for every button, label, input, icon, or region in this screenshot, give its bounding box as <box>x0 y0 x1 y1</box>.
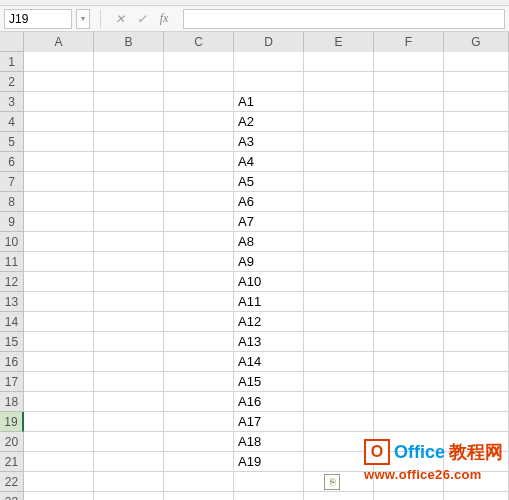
cell[interactable] <box>94 372 164 392</box>
cell[interactable] <box>304 272 374 292</box>
cell[interactable] <box>24 112 94 132</box>
cell[interactable] <box>24 252 94 272</box>
cell[interactable] <box>444 372 509 392</box>
cancel-icon[interactable]: ✕ <box>111 10 129 28</box>
cell[interactable]: A10 <box>234 272 304 292</box>
cell[interactable] <box>304 252 374 272</box>
cell[interactable] <box>374 392 444 412</box>
row-header[interactable]: 19 <box>0 412 24 432</box>
cell[interactable] <box>444 172 509 192</box>
cell[interactable] <box>94 452 164 472</box>
cell[interactable] <box>24 392 94 412</box>
confirm-icon[interactable]: ✓ <box>133 10 151 28</box>
cell[interactable] <box>24 132 94 152</box>
cell[interactable] <box>164 132 234 152</box>
cell[interactable] <box>444 492 509 500</box>
cell[interactable] <box>164 272 234 292</box>
cell[interactable] <box>234 472 304 492</box>
row-header[interactable]: 16 <box>0 352 24 372</box>
row-header[interactable]: 12 <box>0 272 24 292</box>
row-header[interactable]: 22 <box>0 472 24 492</box>
row-header[interactable]: 23 <box>0 492 24 500</box>
cell[interactable] <box>24 312 94 332</box>
row-header[interactable]: 13 <box>0 292 24 312</box>
cell[interactable] <box>304 172 374 192</box>
cell[interactable] <box>374 152 444 172</box>
cell[interactable] <box>444 52 509 72</box>
cell[interactable] <box>94 72 164 92</box>
column-header-c[interactable]: C <box>164 32 234 52</box>
row-header[interactable]: 5 <box>0 132 24 152</box>
cell[interactable] <box>24 272 94 292</box>
cell[interactable] <box>94 352 164 372</box>
row-header[interactable]: 14 <box>0 312 24 332</box>
row-header[interactable]: 1 <box>0 52 24 72</box>
row-header[interactable]: 2 <box>0 72 24 92</box>
cell[interactable] <box>304 392 374 412</box>
cell[interactable]: A2 <box>234 112 304 132</box>
cell[interactable] <box>24 412 94 432</box>
cell[interactable] <box>164 432 234 452</box>
name-box-dropdown[interactable]: ▾ <box>76 9 90 29</box>
cell[interactable] <box>94 292 164 312</box>
cell[interactable] <box>94 232 164 252</box>
cell[interactable]: A19 <box>234 452 304 472</box>
cell[interactable] <box>304 72 374 92</box>
cell[interactable] <box>164 412 234 432</box>
cell[interactable] <box>444 192 509 212</box>
cell[interactable] <box>304 432 374 452</box>
cell[interactable] <box>94 492 164 500</box>
row-header[interactable]: 8 <box>0 192 24 212</box>
cell[interactable] <box>24 432 94 452</box>
paste-options-icon[interactable]: ⎘ <box>324 474 340 490</box>
cell[interactable] <box>24 192 94 212</box>
cell[interactable] <box>24 232 94 252</box>
row-header[interactable]: 6 <box>0 152 24 172</box>
cell[interactable] <box>374 372 444 392</box>
row-header[interactable]: 17 <box>0 372 24 392</box>
cell[interactable] <box>444 412 509 432</box>
cell[interactable] <box>374 232 444 252</box>
row-header[interactable]: 18 <box>0 392 24 412</box>
cell[interactable] <box>94 212 164 232</box>
cell[interactable] <box>374 132 444 152</box>
cell[interactable] <box>374 292 444 312</box>
cell[interactable] <box>24 472 94 492</box>
cell[interactable] <box>374 192 444 212</box>
cell[interactable] <box>94 412 164 432</box>
cell[interactable] <box>164 452 234 472</box>
row-header[interactable]: 7 <box>0 172 24 192</box>
cell[interactable] <box>24 292 94 312</box>
cell[interactable] <box>304 372 374 392</box>
cell[interactable] <box>304 152 374 172</box>
cell[interactable] <box>164 352 234 372</box>
cell[interactable] <box>24 352 94 372</box>
cell[interactable] <box>444 292 509 312</box>
cell[interactable] <box>234 52 304 72</box>
cell[interactable] <box>24 172 94 192</box>
cell[interactable]: A4 <box>234 152 304 172</box>
cell[interactable] <box>374 332 444 352</box>
cell[interactable]: A12 <box>234 312 304 332</box>
cell[interactable]: A14 <box>234 352 304 372</box>
cell[interactable] <box>304 352 374 372</box>
cell[interactable] <box>374 212 444 232</box>
cell[interactable] <box>304 92 374 112</box>
cell[interactable] <box>374 352 444 372</box>
cell[interactable] <box>164 332 234 352</box>
row-header[interactable]: 4 <box>0 112 24 132</box>
cell[interactable] <box>164 72 234 92</box>
row-header[interactable]: 10 <box>0 232 24 252</box>
cell[interactable] <box>304 492 374 500</box>
cell[interactable] <box>164 92 234 112</box>
cell[interactable] <box>164 172 234 192</box>
cell[interactable] <box>234 72 304 92</box>
cell[interactable] <box>164 292 234 312</box>
cell[interactable] <box>444 132 509 152</box>
row-header[interactable]: 20 <box>0 432 24 452</box>
cell[interactable] <box>304 412 374 432</box>
cell[interactable] <box>374 432 444 452</box>
cell[interactable] <box>94 472 164 492</box>
cell[interactable] <box>24 332 94 352</box>
cell[interactable]: A11 <box>234 292 304 312</box>
